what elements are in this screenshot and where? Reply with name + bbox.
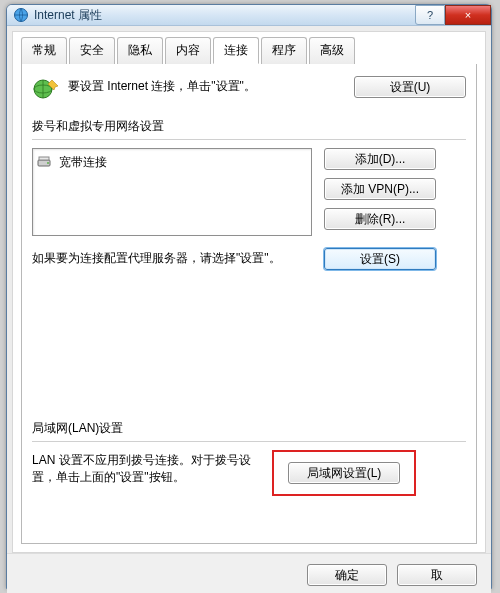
svg-rect-4 [39,157,49,160]
tab-security[interactable]: 安全 [69,37,115,64]
lan-group-label: 局域网(LAN)设置 [32,420,466,437]
tab-strip: 常规 安全 隐私 内容 连接 程序 高级 [21,37,477,65]
setup-button[interactable]: 设置(U) [354,76,466,98]
tab-general[interactable]: 常规 [21,37,67,64]
titlebar[interactable]: Internet 属性 ? × [7,5,491,26]
dialog-footer: 确定 取 [7,553,491,593]
lan-settings-button[interactable]: 局域网设置(L) [288,462,400,484]
add-button[interactable]: 添加(D)... [324,148,436,170]
dialup-side-buttons: 添加(D)... 添加 VPN(P)... 删除(R)... [324,148,436,230]
add-vpn-button[interactable]: 添加 VPN(P)... [324,178,436,200]
titlebar-buttons: ? × [415,5,491,25]
divider [32,441,466,442]
divider [32,139,466,140]
lan-description: LAN 设置不应用到拨号连接。对于拨号设置，单击上面的"设置"按钮。 [32,450,262,486]
remove-button[interactable]: 删除(R)... [324,208,436,230]
close-button[interactable]: × [445,5,491,25]
list-item-label: 宽带连接 [59,154,107,171]
globe-wand-icon [32,76,60,104]
dialup-group-label: 拨号和虚拟专用网络设置 [32,118,466,135]
tab-privacy[interactable]: 隐私 [117,37,163,64]
tab-programs[interactable]: 程序 [261,37,307,64]
cancel-button[interactable]: 取 [397,564,477,586]
lan-highlight-box: 局域网设置(L) [272,450,416,496]
dialog-window: Internet 属性 ? × 常规 安全 隐私 内容 连接 程序 高级 [6,4,492,589]
tab-body-connections: 要设置 Internet 连接，单击"设置"。 设置(U) 拨号和虚拟专用网络设… [21,64,477,544]
help-button[interactable]: ? [415,5,445,25]
ok-button[interactable]: 确定 [307,564,387,586]
lan-row: LAN 设置不应用到拨号连接。对于拨号设置，单击上面的"设置"按钮。 局域网设置… [32,450,466,496]
proxy-row: 如果要为连接配置代理服务器，请选择"设置"。 设置(S) [32,248,466,270]
dialup-row: 宽带连接 添加(D)... 添加 VPN(P)... 删除(R)... [32,148,466,236]
list-item[interactable]: 宽带连接 [37,153,307,171]
tab-content[interactable]: 内容 [165,37,211,64]
internet-options-icon [13,7,29,23]
tab-advanced[interactable]: 高级 [309,37,355,64]
lan-section: 局域网(LAN)设置 LAN 设置不应用到拨号连接。对于拨号设置，单击上面的"设… [32,406,466,496]
proxy-description: 如果要为连接配置代理服务器，请选择"设置"。 [32,248,312,267]
dialup-listbox[interactable]: 宽带连接 [32,148,312,236]
window-title: Internet 属性 [34,7,102,24]
setup-row: 要设置 Internet 连接，单击"设置"。 设置(U) [32,76,466,104]
modem-icon [37,155,53,169]
tab-connections[interactable]: 连接 [213,37,259,64]
svg-point-5 [47,162,49,164]
setup-description: 要设置 Internet 连接，单击"设置"。 [68,76,354,95]
client-area: 常规 安全 隐私 内容 连接 程序 高级 要设置 Internet 连接，单击"… [12,31,486,553]
proxy-settings-button[interactable]: 设置(S) [324,248,436,270]
